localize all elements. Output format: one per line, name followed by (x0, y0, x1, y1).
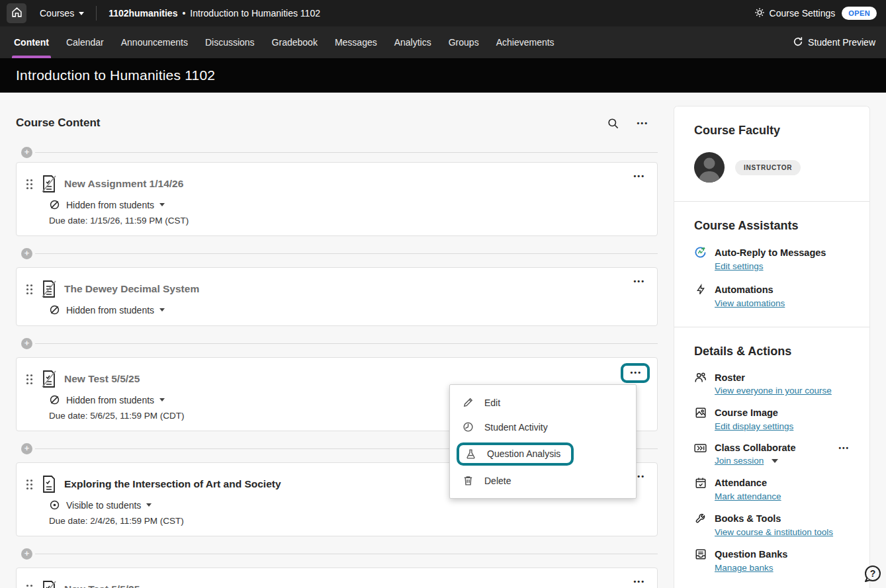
course-settings-button[interactable]: Course Settings (754, 7, 836, 20)
add-content-divider: + (21, 248, 658, 259)
add-content-button[interactable]: + (21, 248, 32, 259)
menu-item-label: Delete (484, 476, 511, 486)
assistants-heading: Course Assistants (694, 219, 850, 233)
test-icon (40, 369, 58, 389)
page-title: Introduction to Humanities 1102 (16, 67, 215, 83)
drag-handle-icon[interactable] (26, 584, 33, 588)
course-sidebar: Course Faculty INSTRUCTOR Course Assista… (674, 106, 870, 588)
details-item-attendance: Attendance Mark attendance (694, 477, 850, 501)
divider (35, 152, 658, 153)
visibility-selector[interactable]: Hidden from students (49, 304, 644, 315)
item-overflow-menu[interactable]: ••• (633, 172, 645, 180)
chevron-down-icon (159, 398, 165, 401)
item-title[interactable]: The Dewey Decimal System (64, 283, 199, 295)
menu-item-delete[interactable]: Delete (450, 468, 636, 493)
add-content-button[interactable]: + (21, 443, 32, 454)
collaborate-camera-icon (694, 443, 707, 453)
top-bar: Courses 1102humanities • Introduction to… (0, 0, 886, 26)
content-overflow-menu[interactable]: ••• (637, 119, 648, 127)
join-session-link[interactable]: Join session (715, 456, 764, 466)
content-item-card: New Test 5/5/25 Hidden from students Due… (16, 357, 658, 431)
question-banks-link[interactable]: Manage banks (715, 563, 774, 573)
drag-handle-icon[interactable] (26, 479, 33, 490)
course-image-link[interactable]: Edit display settings (715, 421, 793, 431)
edit-settings-link[interactable]: Edit settings (715, 261, 764, 271)
content-item-card: New Test 5/5/25 Hidden from students Due… (16, 567, 658, 588)
course-content-column: Course Content ••• + New Assignment (16, 93, 658, 588)
eye-visible-icon (49, 499, 60, 511)
due-date: Due date: 2/4/26, 11:59 PM (CST) (49, 516, 644, 526)
course-nav-bar: Content Calendar Announcements Discussio… (0, 26, 886, 58)
courses-label: Courses (40, 8, 74, 19)
image-icon (694, 407, 707, 419)
assistant-label: Auto-Reply to Messages (715, 247, 826, 258)
instructor-avatar[interactable] (694, 152, 725, 183)
breadcrumb: 1102humanities • Introduction to Humanit… (109, 8, 320, 19)
item-title[interactable]: New Test 5/5/25 (64, 583, 140, 588)
view-automations-link[interactable]: View automations (715, 298, 785, 308)
menu-item-label: Student Activity (484, 422, 548, 433)
visibility-label: Visible to students (66, 500, 141, 511)
divider (35, 343, 658, 344)
content-item-card: The Dewey Decimal System Hidden from stu… (16, 267, 658, 326)
trash-icon (462, 475, 474, 486)
item-title[interactable]: Exploring the Intersection of Art and So… (64, 478, 281, 490)
faculty-heading: Course Faculty (694, 124, 850, 138)
tab-gradebook[interactable]: Gradebook (263, 26, 326, 58)
collaborate-overflow-menu[interactable]: ••• (838, 444, 850, 452)
course-settings-label: Course Settings (770, 8, 836, 19)
visibility-selector[interactable]: Hidden from students (49, 199, 644, 210)
menu-item-question-analysis[interactable]: Question Analysis (450, 439, 636, 468)
item-title[interactable]: New Test 5/5/25 (64, 373, 140, 385)
content-heading: Course Content (16, 116, 101, 130)
item-overflow-menu[interactable]: ••• (633, 277, 645, 285)
item-title[interactable]: New Assignment 1/14/26 (64, 178, 183, 190)
people-icon (694, 372, 707, 383)
student-preview-button[interactable]: Student Preview (793, 36, 875, 49)
add-content-button[interactable]: + (21, 338, 32, 349)
tab-achievements[interactable]: Achievements (488, 26, 563, 58)
content-item-card: New Assignment 1/14/26 Hidden from stude… (16, 162, 658, 236)
chevron-down-icon (159, 308, 165, 312)
course-faculty-section: Course Faculty INSTRUCTOR (674, 106, 869, 201)
drag-handle-icon[interactable] (26, 374, 33, 385)
instructor-role-badge: INSTRUCTOR (735, 160, 801, 175)
tab-announcements[interactable]: Announcements (112, 26, 197, 58)
add-content-button[interactable]: + (21, 548, 32, 560)
menu-item-student-activity[interactable]: Student Activity (450, 415, 636, 439)
course-title-banner: Introduction to Humanities 1102 (0, 58, 886, 93)
details-item-course-image: Course Image Edit display settings (694, 407, 850, 431)
tab-discussions[interactable]: Discussions (197, 26, 263, 58)
drag-handle-icon[interactable] (26, 179, 33, 190)
add-content-button[interactable]: + (21, 147, 32, 158)
courses-dropdown[interactable]: Courses (40, 8, 84, 19)
tab-messages[interactable]: Messages (326, 26, 386, 58)
home-button[interactable] (7, 3, 26, 23)
details-item-books-tools: Books & Tools View course & institution … (694, 513, 850, 537)
details-label: Books & Tools (715, 513, 781, 524)
chevron-down-icon[interactable] (772, 459, 778, 463)
tab-calendar[interactable]: Calendar (58, 26, 112, 58)
item-overflow-menu-highlighted[interactable]: ••• (621, 363, 650, 383)
lightning-icon (694, 284, 707, 296)
tab-analytics[interactable]: Analytics (386, 26, 440, 58)
assistant-item-automations: Automations View automations (694, 284, 850, 308)
attendance-link[interactable]: Mark attendance (715, 491, 781, 501)
visibility-label: Hidden from students (66, 200, 154, 210)
help-button[interactable]: ? (863, 564, 883, 584)
menu-item-edit[interactable]: Edit (450, 390, 636, 415)
roster-link[interactable]: View everyone in your course (715, 386, 832, 396)
course-open-badge[interactable]: OPEN (842, 7, 877, 20)
svg-text:?: ? (870, 568, 876, 579)
visibility-selector[interactable]: Visible to students (49, 499, 644, 511)
breadcrumb-course-name: Introduction to Humanities 1102 (190, 8, 320, 19)
search-icon[interactable] (607, 117, 619, 130)
details-item-question-banks: Question Banks Manage banks (694, 548, 850, 573)
drag-handle-icon[interactable] (26, 284, 33, 295)
assistant-label: Automations (715, 284, 774, 295)
tab-content[interactable]: Content (5, 26, 58, 58)
item-overflow-menu[interactable]: ••• (633, 577, 645, 585)
tab-groups[interactable]: Groups (440, 26, 488, 58)
chevron-down-icon (79, 12, 84, 15)
books-tools-link[interactable]: View course & institution tools (715, 527, 833, 537)
